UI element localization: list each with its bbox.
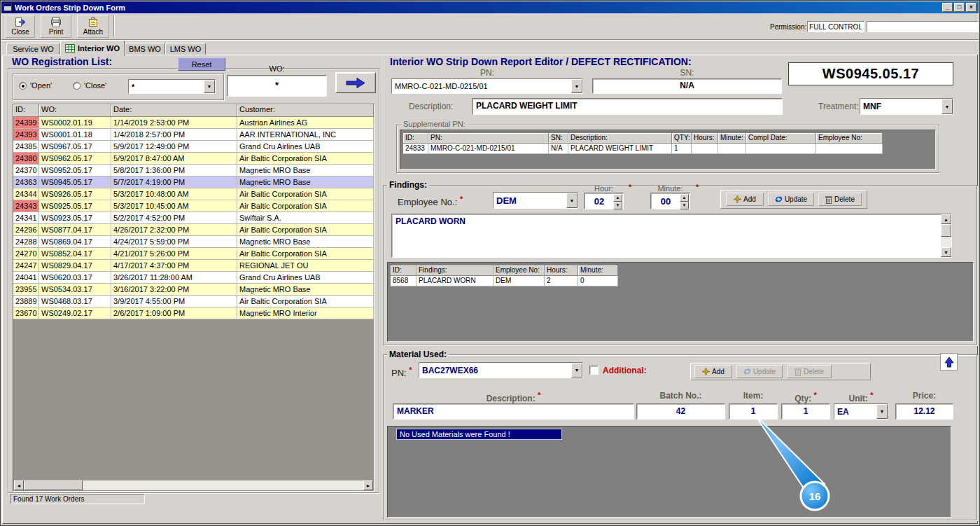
spin-down-icon[interactable]: ▼ (613, 202, 622, 209)
tab-bms-wo[interactable]: BMS WO (125, 43, 165, 55)
supp-col-minute[interactable]: Minute: (718, 133, 746, 144)
supplemental-row[interactable]: 24833 MMRO-C-021-MD-0215/01 N/A PLACARD … (403, 144, 883, 154)
supp-col-hours[interactable]: Hours: (692, 133, 718, 144)
wo-row[interactable]: 24341WS0923.05.175/2/2017 4:52:00 PMSwif… (13, 212, 374, 224)
scroll-up-icon[interactable]: ▲ (941, 214, 951, 224)
attach-button[interactable]: Attach (77, 15, 109, 38)
wo-row[interactable]: 24247WS0829.04.174/17/2017 4:37:00 PMREG… (13, 260, 374, 272)
wo-row[interactable]: 24041WS0620.03.173/26/2017 11:28:00 AMGr… (13, 272, 374, 284)
wo-row[interactable]: 24380WS0962.05.175/9/2017 8:47:00 AMAir … (13, 153, 374, 165)
supp-col-compl-date[interactable]: Compl Date: (746, 133, 816, 144)
minimize-icon[interactable]: _ (942, 3, 953, 12)
close-button[interactable]: Close (6, 15, 35, 38)
findings-textarea[interactable]: PLACARD WORN ▲ ▼ (391, 214, 952, 258)
editor-title: Interior WO Strip Down Report Editor / D… (390, 56, 692, 67)
wo-cell: 24041 (13, 272, 39, 284)
findings-delete-button[interactable]: Delete (818, 193, 862, 206)
batch-field[interactable]: 42 (636, 403, 725, 420)
employee-combobox[interactable]: DEM ▼ (493, 192, 578, 209)
ws-number-box: WS0945.05.17 (788, 62, 953, 85)
wo-row[interactable]: 23670WS0249.02.172/6/2017 1:09:00 PMMagn… (13, 307, 374, 319)
search-button[interactable] (335, 72, 376, 93)
wo-row[interactable]: 24344WS0926.05.175/3/2017 10:48:00 AMAir… (13, 188, 374, 200)
material-update-button[interactable]: Update (736, 365, 783, 378)
scroll-left-icon[interactable]: ◄ (14, 480, 24, 490)
wo-col-date[interactable]: Date: (111, 104, 237, 117)
maximize-icon[interactable]: □ (954, 3, 965, 12)
wo-col-wo[interactable]: WO: (39, 104, 111, 117)
supp-col-description[interactable]: Description: (568, 133, 672, 144)
scroll-down-icon[interactable]: ▼ (941, 247, 951, 257)
supp-col-employee[interactable]: Employee No: (816, 133, 883, 144)
spin-down-icon[interactable]: ▼ (680, 202, 689, 209)
radio-open[interactable]: 'Open' (19, 81, 52, 90)
dropdown-arrow-icon[interactable]: ▼ (941, 99, 953, 114)
wo-row[interactable]: 24363WS0945.05.175/7/2017 4:19:00 PMMagn… (13, 177, 374, 188)
print-icon (50, 17, 62, 27)
wo-row[interactable]: 24296WS0877.04.174/26/2017 2:32:00 PMAir… (13, 224, 374, 236)
wo-col-id[interactable]: ID: (13, 104, 39, 117)
material-add-button[interactable]: Add (694, 365, 732, 378)
supp-col-id[interactable]: ID: (403, 133, 428, 144)
collapse-button[interactable] (940, 353, 958, 371)
findings-col-minute[interactable]: Minute: (578, 265, 618, 276)
wo-search-input[interactable]: * (227, 75, 327, 97)
material-pn-combobox[interactable]: BAC27WEX66 ▼ (419, 362, 583, 378)
findings-col-id[interactable]: ID: (391, 265, 416, 276)
findings-row[interactable]: 8568 PLACARD WORN DEM 2 0 (391, 276, 618, 286)
tab-interior-wo[interactable]: Interior WO (60, 40, 125, 56)
hour-spinner[interactable]: 02 ▲▼ (584, 193, 624, 209)
reset-button[interactable]: Reset (178, 57, 225, 71)
findings-col-findings[interactable]: Findings: (416, 265, 493, 276)
tab-lms-wo[interactable]: LMS WO (165, 43, 206, 55)
findings-col-employee[interactable]: Employee No: (493, 265, 545, 276)
dropdown-arrow-icon[interactable]: ▼ (876, 404, 888, 419)
close-window-icon[interactable]: × (966, 3, 976, 12)
radio-close[interactable]: 'Close' (73, 81, 106, 90)
material-description-field[interactable]: MARKER (393, 403, 634, 420)
spin-up-icon[interactable]: ▲ (680, 194, 689, 202)
item-field[interactable]: 1 (729, 403, 778, 420)
scroll-right-icon[interactable]: ► (363, 480, 373, 490)
wo-row[interactable]: 23955WS0534.03.173/16/2017 3:22:00 PMMag… (13, 284, 374, 296)
findings-vscrollbar[interactable]: ▲ ▼ (941, 214, 951, 257)
tab-service-wo[interactable]: Service WO (6, 43, 60, 55)
findings-title: Findings: (387, 180, 429, 190)
price-field[interactable]: 12.12 (895, 403, 953, 420)
print-button[interactable]: Print (41, 15, 71, 38)
wo-row[interactable]: 24288WS0869.04.174/24/2017 5:59:00 PMMag… (13, 236, 374, 248)
unit-combobox[interactable]: EA ▼ (834, 403, 888, 420)
supp-col-sn[interactable]: SN: (549, 133, 568, 144)
dropdown-arrow-icon[interactable]: ▼ (571, 79, 582, 93)
wo-row[interactable]: 24270WS0852.04.174/21/2017 5:26:00 PMAir… (13, 248, 374, 260)
dropdown-arrow-icon[interactable]: ▼ (571, 363, 582, 378)
findings-add-button[interactable]: Add (726, 193, 764, 206)
treatment-combobox[interactable]: MNF ▼ (860, 98, 953, 115)
wo-row[interactable]: 24385WS0967.05.175/9/2017 12:49:00 PMGra… (13, 141, 374, 153)
dropdown-arrow-icon[interactable]: ▼ (204, 80, 215, 93)
findings-col-hours[interactable]: Hours: (545, 265, 578, 276)
wo-row[interactable]: 24370WS0952.05.175/8/2017 1:36:00 PMMagn… (13, 165, 374, 177)
wo-col-customer[interactable]: Customer: (237, 104, 374, 117)
description-field[interactable]: PLACARD WEIGHT LIMIT (472, 98, 783, 115)
additional-checkbox[interactable] (589, 366, 598, 375)
hscroll-thumb[interactable] (24, 480, 83, 490)
wo-cell: 24363 (13, 177, 39, 188)
findings-update-button[interactable]: Update (768, 193, 814, 206)
supp-col-qty[interactable]: QTY: (672, 133, 692, 144)
vscroll-thumb[interactable] (941, 224, 951, 237)
wo-row[interactable]: 24399WS0002.01.191/14/2019 2:53:00 PMAus… (13, 117, 374, 129)
pn-combobox[interactable]: MMRO-C-021-MD-0215/01 ▼ (391, 78, 583, 94)
wo-row[interactable]: 24343WS0925.05.175/3/2017 10:45:00 AMAir… (13, 200, 374, 212)
supp-col-pn[interactable]: PN: (428, 133, 549, 144)
wo-filter-combobox[interactable]: * ▼ (128, 79, 216, 94)
tab-service-wo-label: Service WO (13, 45, 54, 53)
dropdown-arrow-icon[interactable]: ▼ (566, 193, 578, 208)
wo-table-hscrollbar[interactable]: ◄ ► (14, 480, 373, 490)
material-delete-button[interactable]: Delete (787, 365, 832, 378)
wo-row[interactable]: 24393WS0001.01.181/4/2018 2:57:00 PMAAR … (13, 129, 374, 141)
wo-row[interactable]: 23889WS0468.03.173/9/2017 4:55:00 PMAir … (13, 296, 374, 307)
spin-up-icon[interactable]: ▲ (613, 194, 622, 202)
qty-field[interactable]: 1 (781, 403, 830, 420)
minute-spinner[interactable]: 00 ▲▼ (650, 193, 690, 209)
